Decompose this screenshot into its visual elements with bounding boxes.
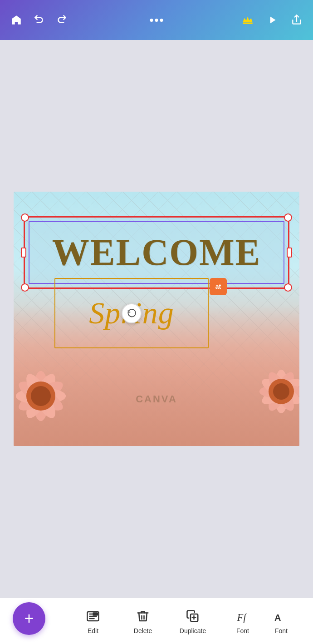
duplicate-label: Duplicate bbox=[180, 627, 206, 634]
font2-icon: A bbox=[274, 608, 288, 624]
svg-point-15 bbox=[31, 386, 51, 406]
top-bar bbox=[0, 0, 313, 40]
fab-add-button[interactable]: + bbox=[13, 602, 45, 635]
top-bar-center bbox=[150, 12, 163, 28]
svg-point-29 bbox=[273, 383, 289, 400]
top-bar-right bbox=[240, 12, 305, 28]
redo-button[interactable] bbox=[54, 12, 70, 28]
font-label: Font bbox=[236, 627, 249, 634]
handle-bottom-left[interactable] bbox=[21, 283, 29, 292]
svg-text:Ff: Ff bbox=[237, 612, 248, 623]
edit-icon bbox=[86, 608, 100, 624]
canvas-area: WELCOME Spring at CANVA bbox=[0, 40, 313, 598]
design-canvas[interactable]: WELCOME Spring at CANVA bbox=[14, 192, 299, 446]
canva-watermark: CANVA bbox=[136, 393, 177, 405]
home-button[interactable] bbox=[8, 12, 24, 28]
edit-label: Edit bbox=[88, 627, 98, 634]
handle-top-left[interactable] bbox=[21, 213, 29, 222]
svg-text:A: A bbox=[274, 613, 281, 623]
font-toolbar-item[interactable]: Ff Font bbox=[218, 604, 268, 639]
svg-rect-0 bbox=[243, 23, 253, 24]
edit-toolbar-item[interactable]: Edit bbox=[68, 604, 118, 639]
delete-toolbar-item[interactable]: Delete bbox=[118, 604, 168, 639]
flower-right bbox=[209, 364, 299, 446]
play-button[interactable] bbox=[264, 12, 280, 28]
handle-bottom-right[interactable] bbox=[284, 283, 292, 292]
welcome-text: WELCOME bbox=[25, 218, 288, 287]
spring-text-box[interactable]: Spring at bbox=[54, 278, 209, 348]
handle-top-right[interactable] bbox=[284, 213, 292, 222]
delete-icon bbox=[136, 608, 150, 624]
font2-toolbar-item[interactable]: A Font bbox=[268, 604, 295, 639]
rotate-handle[interactable] bbox=[122, 303, 142, 323]
duplicate-icon bbox=[186, 608, 200, 624]
font2-label: Font bbox=[275, 627, 288, 634]
svg-rect-34 bbox=[93, 613, 98, 615]
bottom-toolbar: Edit Delete Duplicate Ff bbox=[0, 598, 313, 644]
top-bar-left bbox=[8, 12, 70, 28]
font-icon: Ff bbox=[236, 608, 249, 624]
more-options-button[interactable] bbox=[150, 12, 163, 28]
handle-middle-right[interactable] bbox=[287, 248, 292, 258]
handle-middle-left[interactable] bbox=[21, 248, 26, 258]
fab-plus-icon: + bbox=[24, 609, 34, 628]
share-button[interactable] bbox=[289, 12, 305, 28]
premium-button[interactable] bbox=[240, 12, 256, 28]
orange-badge: at bbox=[210, 278, 227, 295]
duplicate-toolbar-item[interactable]: Duplicate bbox=[168, 604, 218, 639]
delete-label: Delete bbox=[134, 627, 152, 634]
undo-button[interactable] bbox=[31, 12, 47, 28]
